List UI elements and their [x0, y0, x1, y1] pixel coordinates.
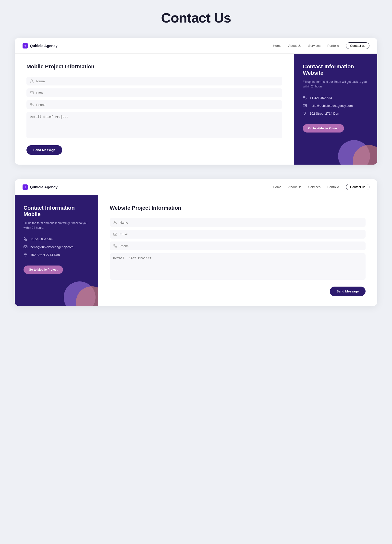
send-button-1[interactable]: Send Message [26, 145, 62, 155]
phone-icon-info-2 [24, 237, 27, 241]
name-input-wrapper-2 [110, 218, 366, 227]
svg-point-4 [305, 113, 305, 113]
brand-1: Qubicle Agency [23, 43, 58, 48]
email-icon-info-2 [24, 245, 27, 249]
svg-rect-9 [113, 233, 117, 235]
nav-cta-2[interactable]: Contact us [346, 184, 369, 190]
info-phone-2: +1 543 654 564 [24, 237, 89, 241]
info-subtitle-2: Fill up the form and our Team will get b… [24, 221, 89, 230]
brand-name-2: Qubicle Agency [30, 185, 58, 189]
form-title-2: Website Project Information [110, 205, 366, 211]
email-input-wrapper-2 [110, 230, 366, 239]
info-title-1: Contact Information Website [303, 63, 368, 76]
nav-services-1[interactable]: Services [308, 44, 320, 48]
svg-rect-3 [303, 104, 306, 107]
phone-icon-2 [113, 244, 117, 248]
email-icon-1 [30, 91, 34, 95]
info-phone-1: +1 421 452 533 [303, 96, 368, 100]
message-group-1 [26, 112, 282, 138]
nav-portfolio-2[interactable]: Portfolio [327, 185, 339, 189]
user-icon-2 [113, 220, 117, 224]
name-group-2 [110, 218, 366, 227]
phone-group-2 [110, 242, 366, 250]
location-icon-1 [303, 111, 307, 115]
form-title-1: Mobile Project Information [26, 63, 282, 70]
phone-group-1 [26, 100, 282, 109]
svg-point-1 [31, 80, 33, 81]
info-title-2: Contact Information Mobile [24, 205, 89, 218]
goto-button-1[interactable]: Go to Website Project [303, 124, 344, 133]
svg-rect-6 [24, 246, 27, 248]
name-input-1[interactable] [36, 79, 279, 83]
message-input-2[interactable] [113, 256, 362, 276]
phone-input-1[interactable] [36, 103, 279, 107]
info-address-text-1: 102 Street 2714 Don [310, 112, 339, 115]
nav-home-2[interactable]: Home [273, 185, 282, 189]
email-group-2 [110, 230, 366, 239]
phone-icon-1 [30, 103, 34, 107]
card-website-project: Qubicle Agency Home About Us Services Po… [15, 179, 377, 306]
nav-portfolio-1[interactable]: Portfolio [327, 44, 339, 48]
email-input-2[interactable] [120, 232, 362, 236]
info-address-text-2: 102 Street 2714 Don [30, 253, 60, 257]
nav-services-2[interactable]: Services [308, 185, 320, 189]
nav-cta-1[interactable]: Contact us [346, 42, 369, 49]
info-phone-text-2: +1 543 654 564 [30, 237, 53, 241]
email-icon-2 [113, 232, 117, 236]
name-input-wrapper-1 [26, 77, 282, 85]
info-section-2: Contact Information Mobile Fill up the f… [15, 195, 98, 306]
navbar-2: Qubicle Agency Home About Us Services Po… [15, 179, 377, 195]
nav-about-2[interactable]: About Us [288, 185, 301, 189]
info-email-text-1: hello@qubicletechagency.com [310, 104, 353, 108]
form-section-1: Mobile Project Information [15, 54, 294, 165]
nav-about-1[interactable]: About Us [288, 44, 301, 48]
location-icon-2 [24, 253, 27, 257]
email-input-wrapper-1 [26, 88, 282, 97]
info-email-2: hello@qubicletechagency.com [24, 245, 89, 249]
form-section-2: Website Project Information [98, 195, 377, 306]
phone-input-wrapper-1 [26, 100, 282, 109]
card2-body: Contact Information Mobile Fill up the f… [15, 195, 377, 306]
user-icon-1 [30, 79, 34, 83]
email-group-1 [26, 88, 282, 97]
phone-icon-info-1 [303, 96, 307, 100]
info-email-1: hello@qubicletechagency.com [303, 104, 368, 108]
send-button-2[interactable]: Send Message [330, 287, 366, 296]
goto-button-2[interactable]: Go to Mobile Project [24, 266, 63, 274]
info-phone-text-1: +1 421 452 533 [310, 96, 332, 100]
nav-links-1: Home About Us Services Portfolio Contact… [273, 42, 369, 49]
brand-icon-1 [23, 43, 28, 48]
message-group-2 [110, 253, 366, 280]
navbar-1: Qubicle Agency Home About Us Services Po… [15, 38, 377, 54]
email-icon-info-1 [303, 104, 307, 108]
email-input-1[interactable] [36, 91, 279, 95]
phone-input-wrapper-2 [110, 242, 366, 250]
message-wrapper-2 [110, 253, 366, 280]
card1-body: Mobile Project Information [15, 54, 377, 165]
info-email-text-2: hello@qubicletechagency.com [30, 245, 74, 249]
svg-rect-2 [30, 92, 34, 94]
brand-icon-2 [23, 184, 28, 190]
message-wrapper-1 [26, 112, 282, 138]
name-group-1 [26, 77, 282, 85]
svg-point-8 [114, 221, 116, 222]
message-input-1[interactable] [30, 115, 279, 134]
svg-point-7 [25, 254, 26, 255]
brand-2: Qubicle Agency [23, 184, 58, 190]
nav-links-2: Home About Us Services Portfolio Contact… [273, 184, 369, 190]
info-subtitle-1: Fill up the form and our Team will get b… [303, 80, 368, 89]
card-mobile-project: Qubicle Agency Home About Us Services Po… [15, 38, 377, 165]
nav-home-1[interactable]: Home [273, 44, 282, 48]
info-address-2: 102 Street 2714 Don [24, 253, 89, 257]
brand-name-1: Qubicle Agency [30, 44, 58, 48]
info-section-1: Contact Information Website Fill up the … [294, 54, 377, 165]
phone-input-2[interactable] [120, 244, 362, 248]
name-input-2[interactable] [120, 221, 362, 224]
page-title: Contact Us [15, 10, 377, 26]
info-address-1: 102 Street 2714 Don [303, 111, 368, 115]
